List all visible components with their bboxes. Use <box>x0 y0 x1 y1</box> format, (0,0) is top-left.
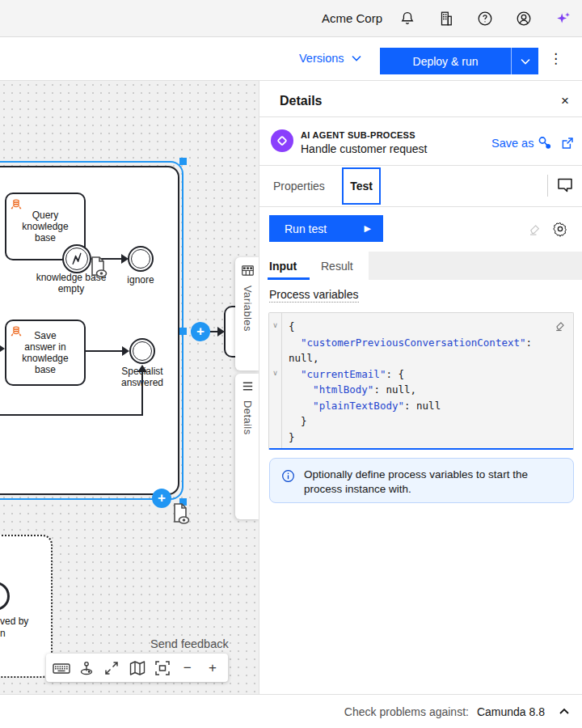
keyboard-shortcuts-button[interactable] <box>52 658 71 678</box>
sequence-flow[interactable] <box>91 258 122 260</box>
process-variables-editor[interactable]: ∨ ∨ { "customerPreviousConversationConte… <box>268 312 574 450</box>
minimap-button[interactable] <box>128 658 147 678</box>
open-element-button[interactable] <box>560 136 575 150</box>
event-label-kb-empty: knowledge base empty <box>31 272 112 294</box>
data-table-icon <box>240 263 255 278</box>
info-text: Optionally define process variables to s… <box>304 468 573 502</box>
event-label-ignore: ignore <box>120 274 162 286</box>
details-side-tab[interactable]: Details <box>235 374 259 519</box>
fold-toggle[interactable]: ∨ <box>269 366 281 383</box>
divider <box>259 116 582 117</box>
element-type: AI AGENT SUB-PROCESS <box>301 130 415 140</box>
event-specialist-answered[interactable] <box>129 338 155 364</box>
fullscreen-button[interactable] <box>102 658 121 678</box>
hand-tool-button[interactable] <box>77 658 96 678</box>
notifications-button[interactable] <box>399 10 416 28</box>
sparkle-icon <box>555 10 572 28</box>
editor-code[interactable]: { "customerPreviousConversationContext":… <box>282 313 538 448</box>
append-element-button[interactable]: + <box>191 322 210 341</box>
editor-gutter: ∨ ∨ <box>269 313 282 448</box>
sequence-flow[interactable] <box>0 414 143 416</box>
clear-editor-button[interactable] <box>553 319 567 332</box>
result-subtabs: Input Result <box>259 252 582 280</box>
building-icon <box>437 10 455 28</box>
ai-assistant-button[interactable] <box>555 10 572 28</box>
append-element-button[interactable]: + <box>152 489 171 508</box>
save-as-button[interactable]: Save as <box>491 135 553 151</box>
divider <box>259 206 582 207</box>
zoom-out-button[interactable]: − <box>178 658 197 678</box>
variables-tab-label: Variables <box>242 286 254 332</box>
arrowhead <box>0 344 5 353</box>
bpmn-canvas[interactable]: Query knowledge base knowledge base empt… <box>0 81 259 694</box>
details-tab-label: Details <box>242 400 254 435</box>
deploy-run-caret-button[interactable] <box>512 48 538 74</box>
error-zigzag-icon <box>67 249 86 269</box>
comment-icon <box>555 176 575 195</box>
arrowhead <box>137 365 147 372</box>
element-avatar <box>271 129 293 152</box>
chevron-down-icon <box>352 55 361 61</box>
help-button[interactable] <box>476 10 494 28</box>
json-key: "currentEmail" <box>301 368 386 380</box>
keyboard-icon <box>52 658 71 678</box>
close-panel-button[interactable]: × <box>555 91 575 111</box>
sequence-flow[interactable] <box>86 350 123 352</box>
process-variables-label: Process variables <box>269 288 359 303</box>
bell-icon <box>399 10 416 28</box>
sequence-flow[interactable] <box>141 370 143 416</box>
run-test-button[interactable]: Run test ▶ <box>269 215 383 242</box>
zoom-in-button[interactable]: + <box>203 658 222 678</box>
panel-title: Details <box>280 94 322 108</box>
resize-handle-top-right[interactable] <box>179 158 187 165</box>
info-icon <box>281 469 295 483</box>
fold-toggle[interactable]: ∨ <box>269 319 281 335</box>
run-test-label: Run test <box>285 222 327 235</box>
details-panel: Details × AI AGENT SUB-PROCESS Handle cu… <box>259 81 582 694</box>
variables-side-tab[interactable]: Variables <box>235 257 259 370</box>
check-problems-label: Check problems against: <box>344 705 469 718</box>
resize-handle-right[interactable] <box>179 328 187 335</box>
info-notification: Optionally define process variables to s… <box>269 458 574 503</box>
diamond-icon <box>275 133 289 148</box>
truncated-event-label: n <box>0 628 6 639</box>
arrowhead <box>217 327 225 336</box>
clear-results-button[interactable] <box>526 221 542 237</box>
arrowhead <box>122 346 129 356</box>
overflow-menu-button[interactable]: ⋮ <box>549 50 562 67</box>
tab-properties[interactable]: Properties <box>273 165 325 206</box>
versions-button[interactable]: Versions <box>299 52 361 65</box>
expand-arrows-icon <box>102 658 121 678</box>
fit-frame-icon <box>153 658 172 678</box>
eraser-icon <box>526 221 542 237</box>
versions-label: Versions <box>299 52 344 65</box>
chevron-up-icon[interactable] <box>558 705 571 718</box>
task-save-answer[interactable]: Save answer in knowledge base <box>5 320 86 386</box>
resize-handle-bottom-right[interactable] <box>179 498 187 506</box>
tab-input[interactable]: Input <box>269 252 297 280</box>
org-name: Acme Corp <box>322 11 382 25</box>
tab-test[interactable]: Test <box>342 167 381 205</box>
chevron-down-icon <box>521 58 530 65</box>
divider <box>547 175 548 197</box>
gear-icon <box>552 221 568 237</box>
deploy-run-split-button: Deploy & run <box>380 48 538 74</box>
fit-viewport-button[interactable] <box>153 658 172 678</box>
engine-version-selector[interactable]: Camunda 8.8 <box>477 705 545 718</box>
organization-button[interactable] <box>437 10 455 28</box>
event-ignore[interactable] <box>128 246 154 272</box>
tab-result[interactable]: Result <box>321 252 353 280</box>
event-subprocess-shape[interactable] <box>0 535 53 678</box>
user-icon <box>515 10 533 28</box>
comments-button[interactable] <box>555 176 575 195</box>
task-label: Query knowledge base <box>22 210 68 243</box>
milestone-icon <box>537 135 553 151</box>
deploy-run-button[interactable]: Deploy & run <box>380 48 512 74</box>
boundary-event-kb-empty[interactable] <box>62 244 91 273</box>
test-settings-button[interactable] <box>552 221 568 237</box>
send-feedback-link[interactable]: Send feedback <box>150 637 229 650</box>
account-button[interactable] <box>515 10 533 28</box>
canvas-toolbar: − + <box>46 654 228 682</box>
play-icon: ▶ <box>365 223 371 234</box>
json-key: "customerPreviousConversationContext" <box>301 336 525 349</box>
